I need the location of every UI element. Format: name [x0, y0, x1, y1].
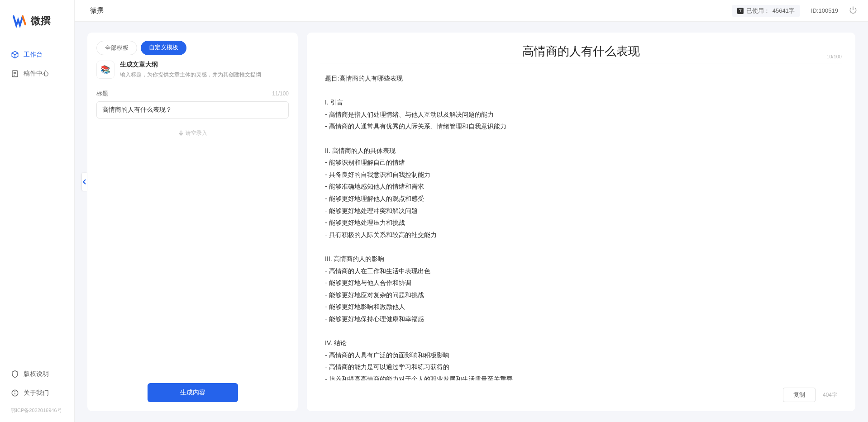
icp-footer: 鄂ICP备2022016946号 [5, 403, 69, 417]
svg-point-6 [15, 392, 15, 392]
form-label-title: 标题 [96, 90, 108, 98]
main-nav: 工作台 稿件中心 [0, 46, 74, 365]
nav-copyright[interactable]: 版权说明 [5, 365, 69, 383]
template-title: 生成文章大纲 [120, 61, 289, 69]
copy-button[interactable]: 复制 [783, 388, 816, 402]
header-title: 微撰 [86, 6, 104, 15]
document-icon [11, 70, 19, 78]
shield-icon [11, 370, 19, 378]
usage-value: 45641字 [773, 7, 795, 15]
power-icon[interactable] [849, 6, 857, 15]
form-counter: 11/100 [272, 90, 289, 97]
nav-documents[interactable]: 稿件中心 [5, 65, 69, 82]
title-input[interactable] [96, 101, 289, 119]
right-panel: 高情商的人有什么表现 10/100 题目:高情商的人有哪些表现 I. 引言 - … [307, 33, 855, 411]
nav-workspace[interactable]: 工作台 [5, 46, 69, 63]
logo-icon [13, 14, 27, 28]
collapse-handle[interactable] [82, 173, 87, 191]
template-card: 📚 生成文章大纲 输入标题，为你提供文章主体的灵感，并为其创建推文提纲 [87, 61, 298, 86]
word-count: 404字 [823, 391, 837, 399]
user-id: ID:100519 [811, 7, 838, 14]
tab-all-templates[interactable]: 全部模板 [96, 41, 137, 55]
output-title-counter: 10/100 [826, 54, 842, 59]
header: 微撰 T 已使用：45641字 ID:100519 [75, 0, 868, 22]
logo: 微撰 [0, 0, 74, 46]
sidebar: 微撰 工作台 稿件中心 版权说明 [0, 0, 75, 422]
template-icon: 📚 [96, 61, 114, 79]
usage-label: 已使用： [746, 7, 770, 15]
nav-about[interactable]: 关于我们 [5, 384, 69, 402]
generate-button[interactable]: 生成内容 [148, 383, 238, 402]
output-title: 高情商的人有什么表现 [339, 43, 824, 59]
left-panel: 全部模板 自定义模板 📚 生成文章大纲 输入标题，为你提供文章主体的灵感，并为其… [87, 33, 298, 411]
output-body: 题目:高情商的人有哪些表现 I. 引言 - 高情商是指人们处理情绪、与他人互动以… [307, 63, 855, 380]
text-icon: T [737, 8, 744, 14]
template-tabs: 全部模板 自定义模板 [87, 33, 298, 61]
voice-input-hint[interactable]: 请空录入 [87, 122, 298, 144]
microphone-icon [178, 130, 184, 137]
svg-rect-8 [180, 131, 182, 134]
tab-custom-template[interactable]: 自定义模板 [141, 41, 186, 55]
logo-text: 微撰 [31, 14, 51, 28]
nav-label: 稿件中心 [24, 70, 49, 78]
cube-icon [11, 51, 19, 59]
template-desc: 输入标题，为你提供文章主体的灵感，并为其创建推文提纲 [120, 71, 289, 79]
nav-label: 工作台 [24, 51, 43, 59]
nav-label: 关于我们 [24, 389, 49, 397]
usage-badge: T 已使用：45641字 [732, 5, 800, 17]
nav-label: 版权说明 [24, 370, 49, 378]
info-icon [11, 389, 19, 397]
bottom-nav: 版权说明 关于我们 鄂ICP备2022016946号 [0, 365, 74, 422]
